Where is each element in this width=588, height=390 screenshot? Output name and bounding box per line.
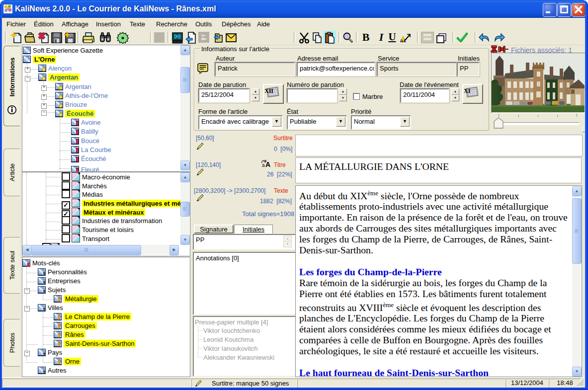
svg-text:XI: XI bbox=[464, 87, 471, 94]
svg-text:XII: XII bbox=[264, 87, 273, 94]
